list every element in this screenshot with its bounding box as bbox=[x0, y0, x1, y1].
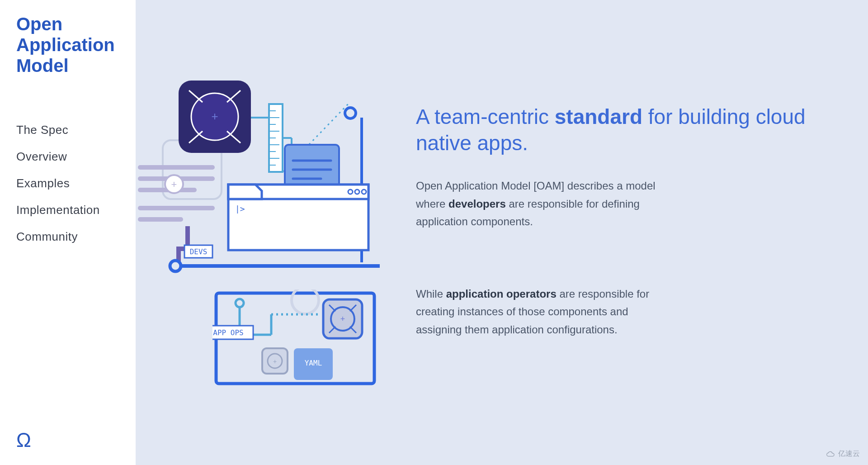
para-operators: While application operators are responsi… bbox=[416, 285, 669, 339]
sidebar: Open Application Model The Spec Overview… bbox=[0, 0, 136, 465]
headline-bold: standard bbox=[555, 105, 642, 128]
cloud-icon bbox=[826, 451, 835, 458]
omega-logo-icon: Ω bbox=[16, 429, 119, 451]
nav-list: The Spec Overview Examples Implementatio… bbox=[16, 117, 119, 250]
para1-bold: developers bbox=[448, 198, 506, 210]
appops-illustration: APP OPS + YAML + bbox=[212, 289, 384, 398]
nav-item-community[interactable]: Community bbox=[16, 223, 119, 250]
svg-point-42 bbox=[170, 261, 181, 271]
watermark: 亿速云 bbox=[826, 449, 860, 459]
svg-text:+: + bbox=[171, 179, 177, 190]
svg-point-45 bbox=[236, 299, 244, 307]
svg-text:+: + bbox=[273, 358, 277, 365]
main-content: + + bbox=[136, 0, 868, 465]
text-column: A team-centric standard for building clo… bbox=[416, 27, 841, 465]
watermark-text: 亿速云 bbox=[838, 449, 860, 459]
nav-item-examples[interactable]: Examples bbox=[16, 170, 119, 197]
headline-prefix: A team-centric bbox=[416, 105, 555, 128]
headline: A team-centric standard for building clo… bbox=[416, 104, 841, 156]
para-developers: Open Application Model [OAM] describes a… bbox=[416, 177, 669, 231]
devs-illustration: + + bbox=[136, 77, 416, 285]
svg-text:+: + bbox=[211, 109, 218, 123]
para2-bold: application operators bbox=[446, 288, 557, 300]
para2-prefix: While bbox=[416, 288, 446, 300]
svg-point-29 bbox=[345, 108, 356, 119]
nav-item-implementation[interactable]: Implementation bbox=[16, 197, 119, 223]
yaml-label: YAML bbox=[305, 359, 322, 367]
illustration-column: + + bbox=[136, 27, 416, 465]
site-title: Open Application Model bbox=[16, 14, 119, 76]
svg-text:+: + bbox=[340, 314, 345, 323]
appops-label: APP OPS bbox=[213, 328, 243, 337]
nav-item-overview[interactable]: Overview bbox=[16, 143, 119, 170]
terminal-prompt: |> bbox=[235, 204, 245, 214]
devs-label: DEVS bbox=[190, 247, 208, 256]
nav-item-spec[interactable]: The Spec bbox=[16, 117, 119, 143]
